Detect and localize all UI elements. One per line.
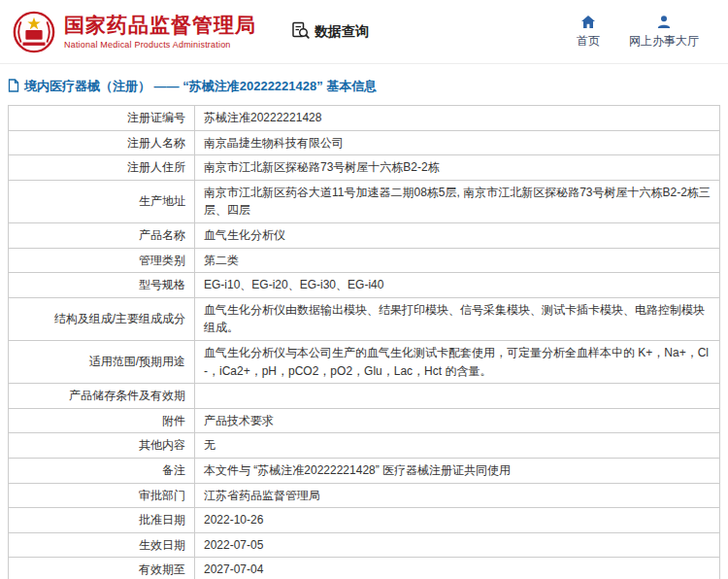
row-label: 产品名称 xyxy=(9,223,195,248)
row-label: 注册人名称 xyxy=(9,131,195,155)
nav-online-hall[interactable]: 网上办事大厅 xyxy=(629,15,699,50)
table-row: 其他内容 无 xyxy=(9,433,719,459)
row-value: 第二类 xyxy=(195,249,719,273)
row-value: 本文件与 “苏械注准20222221428” 医疗器械注册证共同使用 xyxy=(195,459,719,483)
row-value: 2022-07-05 xyxy=(195,533,719,558)
row-value xyxy=(195,384,719,408)
national-emblem-icon xyxy=(12,10,56,54)
row-label: 审批部门 xyxy=(9,484,195,508)
row-label: 注册证编号 xyxy=(9,106,195,130)
data-query-label: 数据查询 xyxy=(314,23,369,41)
table-row: 注册证编号 苏械注准20222221428 xyxy=(9,106,719,131)
row-label: 适用范围/预期用途 xyxy=(9,341,195,383)
row-value: 南京市江北新区药谷大道11号加速器二期08栋5层, 南京市江北新区探秘路73号树… xyxy=(195,181,719,222)
document-icon xyxy=(8,79,19,95)
table-row: 适用范围/预期用途 血气生化分析仪与本公司生产的血气生化测试卡配套使用，可定量分… xyxy=(9,341,719,384)
row-label: 型号规格 xyxy=(9,273,195,297)
main-content: 境内医疗器械（注册） —— “苏械注准20222221428” 基本信息 注册证… xyxy=(0,64,728,579)
row-value: 苏械注准20222221428 xyxy=(195,106,719,130)
row-value: 无 xyxy=(195,433,719,458)
row-label: 生效日期 xyxy=(9,533,195,558)
table-row: 结构及组成/主要组成成分 血气生化分析仪由数据输出模块、结果打印模块、信号采集模… xyxy=(9,298,719,341)
table-row: 产品储存条件及有效期 xyxy=(9,384,719,409)
row-label: 备注 xyxy=(9,459,195,483)
row-label: 批准日期 xyxy=(9,508,195,532)
nav-online-hall-label: 网上办事大厅 xyxy=(629,33,699,50)
table-row: 产品名称 血气生化分析仪 xyxy=(9,223,719,249)
row-value: 血气生化分析仪由数据输出模块、结果打印模块、信号采集模块、测试卡插卡模块、电路控… xyxy=(195,298,719,340)
org-names: 国家药品监督管理局 National Medical Products Admi… xyxy=(64,14,256,49)
table-row: 备注 本文件与 “苏械注准20222221428” 医疗器械注册证共同使用 xyxy=(9,459,719,484)
row-value: 血气生化分析仪 xyxy=(195,223,719,248)
header-nav: 首页 网上办事大厅 xyxy=(577,15,699,50)
header-left: 国家药品监督管理局 National Medical Products Admi… xyxy=(12,10,375,54)
table-row: 管理类别 第二类 xyxy=(9,249,719,274)
row-label: 管理类别 xyxy=(9,249,195,273)
table-row: 型号规格 EG-i10、EG-i20、EG-i30、EG-i40 xyxy=(9,273,719,298)
table-row: 有效期至 2027-07-04 xyxy=(9,558,719,579)
table-row: 注册人住所 南京市江北新区探秘路73号树屋十六栋B2-2栋 xyxy=(9,155,719,181)
table-row: 生效日期 2022-07-05 xyxy=(9,533,719,559)
row-label: 其他内容 xyxy=(9,433,195,458)
table-row: 附件 产品技术要求 xyxy=(9,409,719,434)
row-value: 2027-07-04 xyxy=(195,558,719,579)
row-value: EG-i10、EG-i20、EG-i30、EG-i40 xyxy=(195,273,719,297)
row-value: 江苏省药品监督管理局 xyxy=(195,484,719,508)
nav-home-label: 首页 xyxy=(577,33,600,50)
row-value: 产品技术要求 xyxy=(195,409,719,433)
row-value: 南京晶捷生物科技有限公司 xyxy=(195,131,719,155)
nav-home[interactable]: 首页 xyxy=(577,15,600,50)
row-label: 产品储存条件及有效期 xyxy=(9,384,195,408)
table-row: 批准日期 2022-10-26 xyxy=(9,508,719,533)
table-row: 审批部门 江苏省药品监督管理局 xyxy=(9,484,719,509)
info-table: 注册证编号 苏械注准20222221428 注册人名称 南京晶捷生物科技有限公司… xyxy=(8,105,720,579)
home-icon xyxy=(580,15,596,29)
row-label: 附件 xyxy=(9,409,195,433)
row-value: 血气生化分析仪与本公司生产的血气生化测试卡配套使用，可定量分析全血样本中的 K+… xyxy=(195,341,719,383)
table-row: 注册人名称 南京晶捷生物科技有限公司 xyxy=(9,131,719,156)
site-header: 国家药品监督管理局 National Medical Products Admi… xyxy=(0,0,728,64)
row-label: 注册人住所 xyxy=(9,155,195,180)
row-label: 结构及组成/主要组成成分 xyxy=(9,298,195,340)
page-title-text: 境内医疗器械（注册） —— “苏械注准20222221428” 基本信息 xyxy=(24,78,377,95)
data-query-icon xyxy=(291,21,310,43)
data-query-button[interactable]: 数据查询 xyxy=(285,20,375,44)
row-label: 有效期至 xyxy=(9,558,195,579)
org-name-en: National Medical Products Administration xyxy=(64,40,256,50)
org-name-cn: 国家药品监督管理局 xyxy=(64,14,256,37)
row-value: 2022-10-26 xyxy=(195,508,719,532)
table-row: 生产地址 南京市江北新区药谷大道11号加速器二期08栋5层, 南京市江北新区探秘… xyxy=(9,181,719,223)
page-title: 境内医疗器械（注册） —— “苏械注准20222221428” 基本信息 xyxy=(8,78,720,95)
row-value: 南京市江北新区探秘路73号树屋十六栋B2-2栋 xyxy=(195,155,719,180)
person-icon xyxy=(656,15,672,29)
row-label: 生产地址 xyxy=(9,181,195,222)
